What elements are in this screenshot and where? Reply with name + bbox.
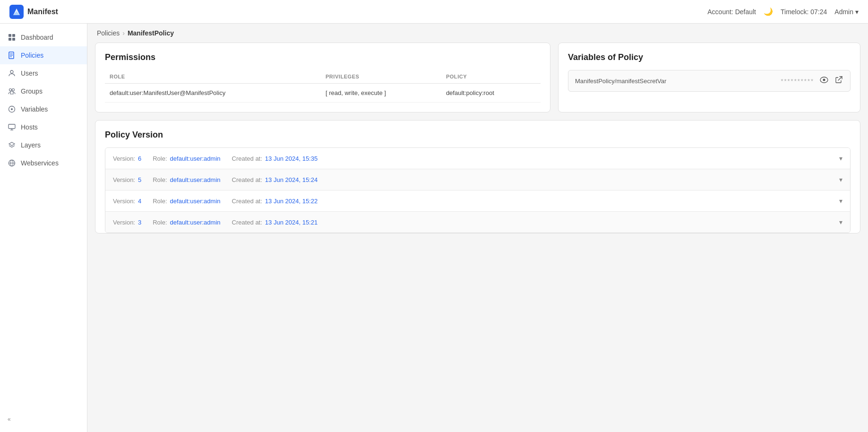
breadcrumb-current: ManifestPolicy: [128, 29, 174, 37]
dashboard-icon: [8, 33, 16, 42]
open-variable-button[interactable]: [834, 75, 843, 86]
variables-title: Variables of Policy: [568, 52, 851, 62]
svg-line-24: [838, 77, 842, 80]
show-variable-button[interactable]: [819, 76, 829, 86]
sidebar-item-users-label: Users: [21, 69, 38, 77]
sidebar-item-hosts[interactable]: Hosts: [0, 118, 87, 136]
version-label: Version:: [113, 155, 135, 162]
version-row[interactable]: Version: 3 Role: default:user:admin Crea…: [105, 212, 850, 233]
version-row[interactable]: Version: 5 Role: default:user:admin Crea…: [105, 169, 850, 190]
chevron-down-icon: ▾: [855, 8, 859, 16]
svg-rect-4: [12, 34, 15, 37]
version-label: Version:: [113, 198, 135, 205]
created-at-label: Created at:: [232, 219, 262, 226]
version-row[interactable]: Version: 4 Role: default:user:admin Crea…: [105, 190, 850, 212]
permissions-card: Permissions ROLE PRIVILEGES POLICY defau…: [95, 43, 550, 112]
version-field: Version: 6: [113, 155, 141, 162]
version-number: 3: [138, 219, 141, 226]
created-at-value: 13 Jun 2024, 15:24: [265, 176, 318, 183]
admin-label: Admin: [834, 8, 853, 16]
cell-policy: default:policy:root: [441, 84, 541, 103]
svg-rect-5: [9, 38, 11, 41]
sidebar-item-dashboard-label: Dashboard: [21, 34, 53, 41]
sidebar-item-variables-label: Variables: [21, 105, 48, 113]
content-grid: Permissions ROLE PRIVILEGES POLICY defau…: [87, 43, 868, 120]
sidebar-item-groups-label: Groups: [21, 87, 43, 95]
account-label: Account: Default: [707, 8, 756, 16]
sidebar: Dashboard Policies Users Groups Variable…: [0, 24, 87, 432]
chevron-down-icon: ▾: [839, 218, 842, 226]
svg-rect-16: [9, 124, 15, 129]
variable-name: ManifestPolicy/manifestSecretVar: [575, 78, 666, 85]
sidebar-collapse-button[interactable]: «: [0, 411, 87, 427]
svg-point-12: [9, 89, 12, 91]
created-at-field: Created at: 13 Jun 2024, 15:24: [232, 176, 318, 183]
sidebar-item-users[interactable]: Users: [0, 64, 87, 82]
svg-point-23: [823, 79, 825, 81]
created-at-label: Created at:: [232, 176, 262, 183]
sidebar-item-policies[interactable]: Policies: [0, 46, 87, 64]
cell-privileges: [ read, write, execute ]: [321, 84, 441, 103]
sidebar-item-policies-label: Policies: [21, 52, 43, 59]
created-at-value: 13 Jun 2024, 15:35: [265, 155, 318, 162]
sidebar-item-layers[interactable]: Layers: [0, 136, 87, 154]
layout: Dashboard Policies Users Groups Variable…: [0, 24, 868, 432]
table-row: default:user:ManifestUser@ManifestPolicy…: [105, 84, 541, 103]
svg-point-15: [11, 108, 13, 110]
header-right: Account: Default 🌙 Timelock: 07:24 Admin…: [707, 7, 859, 16]
policies-icon: [8, 51, 16, 60]
version-number: 4: [138, 198, 141, 205]
groups-icon: [8, 87, 16, 95]
cell-role: default:user:ManifestUser@ManifestPolicy: [105, 84, 321, 103]
version-label: Version:: [113, 219, 135, 226]
breadcrumb-parent[interactable]: Policies: [97, 29, 120, 37]
variable-row: ManifestPolicy/manifestSecretVar *******…: [568, 70, 851, 92]
version-list: Version: 6 Role: default:user:admin Crea…: [105, 147, 851, 233]
sidebar-item-variables[interactable]: Variables: [0, 100, 87, 118]
role-value: default:user:admin: [170, 155, 221, 162]
created-at-label: Created at:: [232, 198, 262, 205]
timelock-label: Timelock: 07:24: [781, 8, 827, 16]
variable-masked: **********: [781, 78, 814, 85]
created-at-value: 13 Jun 2024, 15:21: [265, 219, 318, 226]
version-row[interactable]: Version: 6 Role: default:user:admin Crea…: [105, 148, 850, 169]
role-field: Role: default:user:admin: [153, 155, 220, 162]
created-at-field: Created at: 13 Jun 2024, 15:35: [232, 155, 318, 162]
admin-dropdown[interactable]: Admin ▾: [834, 8, 859, 16]
svg-rect-3: [9, 34, 11, 37]
header-left: Manifest: [9, 5, 58, 19]
svg-point-13: [12, 89, 15, 91]
role-field: Role: default:user:admin: [153, 176, 220, 183]
svg-point-11: [10, 70, 13, 73]
col-role: ROLE: [105, 70, 321, 84]
version-number: 5: [138, 176, 141, 183]
variable-actions: **********: [781, 75, 843, 86]
version-label: Version:: [113, 176, 135, 183]
created-at-value: 13 Jun 2024, 15:22: [265, 198, 318, 205]
main-content: Policies › ManifestPolicy Permissions RO…: [87, 24, 868, 432]
header: Manifest Account: Default 🌙 Timelock: 07…: [0, 0, 868, 24]
app-logo: [9, 5, 24, 19]
sidebar-item-groups[interactable]: Groups: [0, 82, 87, 100]
permissions-title: Permissions: [105, 52, 541, 62]
role-field: Role: default:user:admin: [153, 219, 220, 226]
role-value: default:user:admin: [170, 198, 221, 205]
sidebar-item-hosts-label: Hosts: [21, 123, 38, 131]
role-label: Role:: [153, 198, 167, 205]
created-at-label: Created at:: [232, 155, 262, 162]
app-name: Manifest: [27, 8, 58, 16]
chevron-down-icon: ▾: [839, 176, 842, 183]
chevron-down-icon: ▾: [839, 155, 842, 162]
sidebar-item-webservices[interactable]: Webservices: [0, 154, 87, 172]
role-field: Role: default:user:admin: [153, 198, 220, 205]
users-icon: [8, 69, 16, 78]
sidebar-item-dashboard[interactable]: Dashboard: [0, 28, 87, 46]
version-field: Version: 3: [113, 219, 141, 226]
dark-mode-icon[interactable]: 🌙: [764, 7, 773, 16]
created-at-field: Created at: 13 Jun 2024, 15:22: [232, 198, 318, 205]
version-field: Version: 4: [113, 198, 141, 205]
webservices-icon: [8, 159, 16, 167]
role-value: default:user:admin: [170, 219, 221, 226]
sidebar-item-layers-label: Layers: [21, 141, 41, 149]
version-number: 6: [138, 155, 141, 162]
